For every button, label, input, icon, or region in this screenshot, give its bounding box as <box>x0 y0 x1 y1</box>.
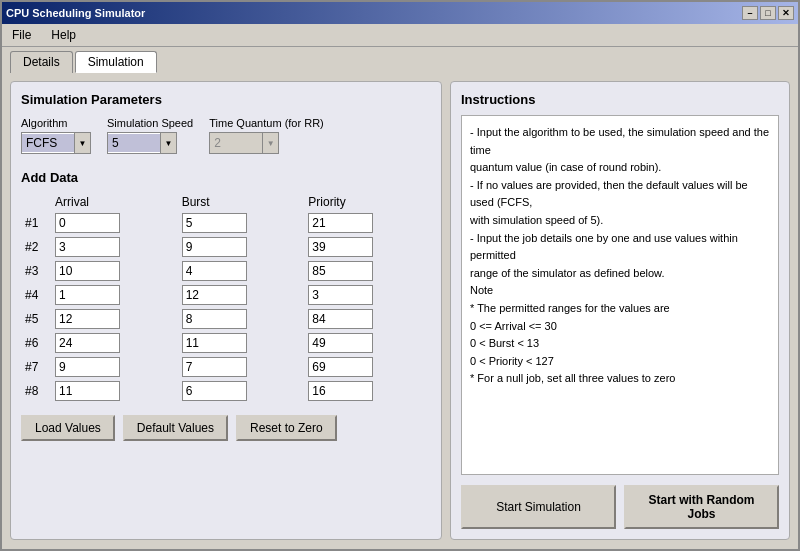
burst-input[interactable] <box>182 261 247 281</box>
instruction-line: Note <box>470 282 770 300</box>
params-row: Algorithm FCFS ▼ Simulation Speed 5 ▼ Ti… <box>21 117 431 154</box>
bottom-buttons: Load Values Default Values Reset to Zero <box>21 415 431 441</box>
burst-input[interactable] <box>182 333 247 353</box>
priority-input[interactable] <box>308 285 373 305</box>
col-arrival: Arrival <box>51 193 178 211</box>
burst-cell <box>178 355 305 379</box>
priority-input[interactable] <box>308 357 373 377</box>
priority-input[interactable] <box>308 213 373 233</box>
priority-cell <box>304 379 431 403</box>
col-burst: Burst <box>178 193 305 211</box>
instruction-line: - Input the algorithm to be used, the si… <box>470 124 770 159</box>
default-values-button[interactable]: Default Values <box>123 415 228 441</box>
arrival-cell <box>51 307 178 331</box>
burst-cell <box>178 379 305 403</box>
right-panel: Instructions - Input the algorithm to be… <box>450 81 790 540</box>
instruction-line: range of the simulator as defined below. <box>470 265 770 283</box>
start-simulation-button[interactable]: Start Simulation <box>461 485 616 529</box>
speed-group: Simulation Speed 5 ▼ <box>107 117 193 154</box>
row-label: #8 <box>21 379 51 403</box>
algorithm-select[interactable]: FCFS ▼ <box>21 132 91 154</box>
row-label: #7 <box>21 355 51 379</box>
burst-input[interactable] <box>182 309 247 329</box>
arrival-input[interactable] <box>55 381 120 401</box>
priority-input[interactable] <box>308 333 373 353</box>
reset-to-zero-button[interactable]: Reset to Zero <box>236 415 337 441</box>
burst-input[interactable] <box>182 237 247 257</box>
left-panel: Simulation Parameters Algorithm FCFS ▼ S… <box>10 81 442 540</box>
speed-arrow[interactable]: ▼ <box>160 133 176 153</box>
burst-cell <box>178 331 305 355</box>
row-label: #2 <box>21 235 51 259</box>
table-row: #6 <box>21 331 431 355</box>
menu-help[interactable]: Help <box>45 26 82 44</box>
burst-input[interactable] <box>182 285 247 305</box>
priority-cell <box>304 211 431 235</box>
burst-input[interactable] <box>182 357 247 377</box>
arrival-cell <box>51 331 178 355</box>
sim-buttons: Start Simulation Start with Random Jobs <box>461 485 779 529</box>
maximize-button[interactable]: □ <box>760 6 776 20</box>
arrival-input[interactable] <box>55 333 120 353</box>
algorithm-label: Algorithm <box>21 117 91 129</box>
tab-simulation[interactable]: Simulation <box>75 51 157 73</box>
algorithm-value: FCFS <box>22 134 74 152</box>
priority-cell <box>304 235 431 259</box>
arrival-input[interactable] <box>55 237 120 257</box>
priority-cell <box>304 331 431 355</box>
col-priority: Priority <box>304 193 431 211</box>
load-values-button[interactable]: Load Values <box>21 415 115 441</box>
data-table: Arrival Burst Priority #1 #2 #3 #4 <box>21 193 431 403</box>
window-title: CPU Scheduling Simulator <box>6 7 145 19</box>
priority-cell <box>304 283 431 307</box>
instruction-line: - If no values are provided, then the de… <box>470 177 770 212</box>
arrival-cell <box>51 379 178 403</box>
table-row: #7 <box>21 355 431 379</box>
burst-cell <box>178 211 305 235</box>
instructions-box: - Input the algorithm to be used, the si… <box>461 115 779 475</box>
arrival-input[interactable] <box>55 285 120 305</box>
tab-details[interactable]: Details <box>10 51 73 73</box>
speed-label: Simulation Speed <box>107 117 193 129</box>
arrival-input[interactable] <box>55 309 120 329</box>
close-button[interactable]: ✕ <box>778 6 794 20</box>
arrival-cell <box>51 211 178 235</box>
priority-cell <box>304 355 431 379</box>
tq-select: 2 ▼ <box>209 132 279 154</box>
speed-select[interactable]: 5 ▼ <box>107 132 177 154</box>
window-controls: – □ ✕ <box>742 6 794 20</box>
arrival-input[interactable] <box>55 261 120 281</box>
table-row: #4 <box>21 283 431 307</box>
row-label: #5 <box>21 307 51 331</box>
priority-input[interactable] <box>308 237 373 257</box>
instruction-line: with simulation speed of 5). <box>470 212 770 230</box>
instructions-title: Instructions <box>461 92 779 107</box>
priority-input[interactable] <box>308 309 373 329</box>
priority-input[interactable] <box>308 261 373 281</box>
minimize-button[interactable]: – <box>742 6 758 20</box>
burst-cell <box>178 307 305 331</box>
speed-value: 5 <box>108 134 160 152</box>
menu-file[interactable]: File <box>6 26 37 44</box>
arrival-cell <box>51 355 178 379</box>
params-title: Simulation Parameters <box>21 92 431 107</box>
burst-cell <box>178 259 305 283</box>
row-label: #6 <box>21 331 51 355</box>
burst-input[interactable] <box>182 381 247 401</box>
priority-cell <box>304 307 431 331</box>
title-bar: CPU Scheduling Simulator – □ ✕ <box>2 2 798 24</box>
start-random-button[interactable]: Start with Random Jobs <box>624 485 779 529</box>
arrival-input[interactable] <box>55 213 120 233</box>
instruction-line: * The permitted ranges for the values ar… <box>470 300 770 318</box>
tq-group: Time Quantum (for RR) 2 ▼ <box>209 117 324 154</box>
tabs-row: Details Simulation <box>2 47 798 73</box>
burst-input[interactable] <box>182 213 247 233</box>
instruction-line: 0 <= Arrival <= 30 <box>470 318 770 336</box>
instruction-line: * For a null job, set all three values t… <box>470 370 770 388</box>
algorithm-arrow[interactable]: ▼ <box>74 133 90 153</box>
row-label: #3 <box>21 259 51 283</box>
arrival-input[interactable] <box>55 357 120 377</box>
tq-value: 2 <box>210 134 262 152</box>
burst-cell <box>178 283 305 307</box>
priority-input[interactable] <box>308 381 373 401</box>
